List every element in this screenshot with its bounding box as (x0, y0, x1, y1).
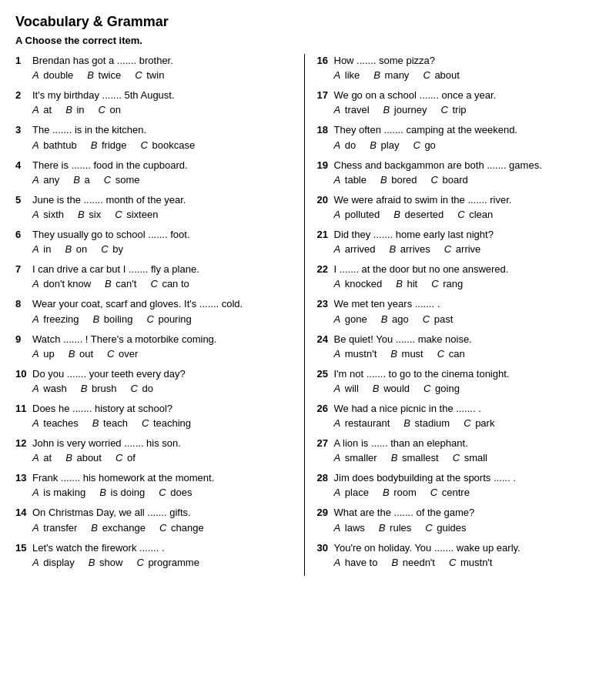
question-item: 5June is the ....... month of the year.A… (15, 193, 292, 220)
answer-letter: B (379, 522, 386, 534)
answer-letter: C (425, 522, 432, 534)
answer-letter: B (391, 452, 398, 463)
answer-item: B about (65, 452, 102, 463)
question-item: 28Jim does bodybuilding at the sports ..… (317, 471, 594, 498)
answer-letter: B (89, 557, 95, 568)
answer-item: B many (373, 69, 409, 81)
question-text: What are the ....... of the game? (334, 506, 594, 520)
answers-row: A atB aboutC of (15, 452, 292, 463)
answers-row: A displayB showC programme (15, 557, 292, 568)
question-item: 6They usually go to school ....... foot.… (15, 228, 292, 255)
answer-letter: A (32, 139, 39, 151)
question-text: Watch ....... ! There's a motorbike comi… (32, 333, 292, 346)
answers-row: A smallerB smallestC small (317, 452, 594, 463)
answer-item: C teaching (142, 417, 191, 429)
answer-letter: B (69, 348, 75, 360)
answer-letter: C (437, 348, 444, 360)
answers-row: A placeB roomC centre (317, 487, 594, 498)
question-text: We had a nice picnic in the ....... . (334, 402, 594, 416)
answers-row: A atB inC on (15, 104, 292, 115)
question-row: 3The ....... is in the kitchen. (15, 123, 292, 137)
question-number: 1 (15, 54, 29, 68)
question-row: 26We had a nice picnic in the ....... . (317, 402, 594, 416)
answer-item: B a (73, 174, 90, 186)
question-text: It's my birthday ....... 5th August. (32, 89, 292, 102)
question-row: 2It's my birthday ....... 5th August. (15, 89, 292, 102)
question-row: 16How ....... some pizza? (317, 54, 594, 68)
answer-letter: A (334, 383, 341, 394)
question-text: I'm not ....... to go to the cinema toni… (334, 367, 594, 381)
answer-item: B brush (81, 383, 117, 394)
answer-item: C of (116, 452, 136, 463)
answers-row: A teachesB teachC teaching (15, 417, 292, 429)
answer-letter: C (431, 174, 438, 186)
question-text: Do you ....... your teeth every day? (32, 367, 292, 381)
answer-item: C can (437, 348, 465, 360)
answer-item: C some (104, 174, 140, 186)
question-row: 18They often ....... camping at the week… (317, 123, 594, 137)
question-item: 7I can drive a car but I ....... fly a p… (15, 263, 292, 289)
answer-letter: C (423, 69, 430, 81)
question-row: 12John is very worried ....... his son. (15, 437, 292, 450)
question-item: 29What are the ....... of the game?A law… (317, 506, 594, 533)
question-item: 26We had a nice picnic in the ....... .A… (317, 402, 594, 429)
question-item: 20We were afraid to swim in the ....... … (317, 193, 594, 220)
answer-letter: C (136, 557, 143, 568)
answer-letter: A (334, 348, 341, 360)
answer-letter: A (32, 417, 39, 429)
question-number: 3 (15, 123, 29, 137)
answer-item: B stadium (403, 417, 450, 429)
answer-item: B exchange (91, 522, 146, 534)
question-item: 15Let's watch the firework ....... .A di… (15, 541, 292, 568)
answer-letter: A (334, 174, 341, 186)
answer-item: C change (159, 522, 204, 534)
answer-item: A knocked (334, 278, 383, 289)
answer-item: A gone (334, 313, 367, 325)
answer-letter: A (334, 487, 341, 498)
question-number: 5 (15, 193, 29, 207)
answer-letter: A (334, 313, 341, 325)
answer-item: B ago (381, 313, 409, 325)
left-column: 1Brendan has got a ....... brother.A dou… (15, 54, 305, 576)
answers-row: A bathtubB fridgeC bookcase (15, 139, 292, 151)
answer-item: C can to (150, 278, 189, 289)
answer-item: A don't know (32, 278, 91, 289)
answer-letter: C (423, 313, 430, 325)
question-number: 12 (15, 437, 29, 450)
answers-row: A lawsB rulesC guides (317, 522, 594, 534)
answer-letter: A (32, 348, 39, 360)
question-row: 14On Christmas Day, we all ....... gifts… (15, 506, 292, 520)
answer-item: A up (32, 348, 55, 360)
answer-letter: B (393, 209, 400, 220)
answer-item: A transfer (32, 522, 77, 534)
answer-item: B room (383, 487, 417, 498)
answers-row: A is makingB is doingC does (15, 487, 292, 498)
answer-item: B would (373, 383, 410, 394)
answer-item: C centre (430, 487, 470, 498)
answer-item: A arrived (334, 243, 376, 255)
answer-letter: C (135, 69, 142, 81)
answer-letter: A (32, 69, 39, 81)
question-item: 9Watch ....... ! There's a motorbike com… (15, 333, 292, 360)
question-text: You're on holiday. You ....... wake up e… (334, 541, 594, 555)
question-text: Frank ....... his homework at the moment… (32, 471, 292, 485)
answer-letter: C (140, 139, 147, 151)
answer-letter: B (373, 69, 380, 81)
answer-letter: A (32, 243, 39, 255)
answer-letter: B (383, 104, 390, 115)
answer-item: A like (334, 69, 360, 81)
answer-letter: C (159, 522, 166, 534)
question-number: 28 (317, 471, 331, 485)
answer-letter: B (91, 522, 98, 534)
answer-letter: C (453, 452, 460, 463)
question-number: 10 (15, 367, 29, 381)
answer-item: C on (99, 104, 121, 115)
answers-row: A arrivedB arrivesC arrive (317, 243, 594, 255)
answer-item: B rules (379, 522, 411, 534)
question-item: 23We met ten years ....... .A goneB agoC… (317, 297, 594, 324)
answer-item: B arrives (390, 243, 430, 255)
answer-item: C programme (136, 557, 199, 568)
answers-row: A likeB manyC about (317, 69, 594, 81)
question-text: There is ....... food in the cupboard. (32, 159, 292, 172)
section-a-label: A Choose the correct item. (15, 35, 601, 46)
